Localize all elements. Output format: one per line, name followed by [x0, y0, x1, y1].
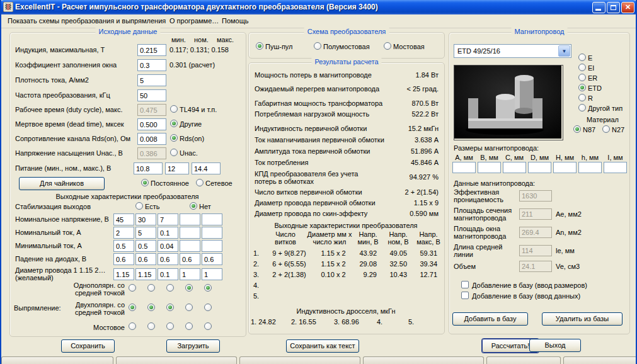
- core-type-ei-radio[interactable]: [578, 64, 586, 71]
- nominal-current-input-5[interactable]: [202, 227, 222, 239]
- tl494-radio[interactable]: [170, 105, 178, 113]
- rect-unipolar-radio-5[interactable]: [204, 284, 212, 292]
- rect-unipolar-radio-3[interactable]: [166, 284, 174, 292]
- core-type-r-radio[interactable]: [578, 94, 586, 101]
- rect-bridge-radio-3[interactable]: [166, 322, 174, 330]
- rect-bipolar-radio-3[interactable]: [166, 304, 174, 311]
- rdson-input[interactable]: [137, 133, 166, 145]
- maximize-button[interactable]: [607, 2, 620, 13]
- menu-show-schemes[interactable]: Показать схемы преобразования и выпрямле…: [4, 16, 169, 25]
- save-as-text-button[interactable]: Сохранить как текст: [286, 339, 359, 353]
- menu-about[interactable]: О программе…: [166, 16, 222, 25]
- menu-help[interactable]: Помощь: [219, 16, 252, 25]
- core-type-other-radio[interactable]: [578, 104, 586, 111]
- ac-supply-radio[interactable]: [196, 179, 204, 186]
- nominal-voltage-input-1[interactable]: [113, 213, 134, 225]
- dim-input-b[interactable]: [478, 162, 501, 173]
- minimal-current-input-1[interactable]: [113, 240, 134, 252]
- rdson-radio[interactable]: [170, 134, 178, 142]
- background-window-fragment[interactable]: [486, 356, 561, 364]
- frequency-input[interactable]: [137, 89, 166, 101]
- stab-no-radio[interactable]: [190, 202, 197, 210]
- rect-bipolar-radio-1[interactable]: [129, 304, 136, 311]
- nominal-voltage-input-4[interactable]: [180, 213, 200, 225]
- rect-bridge-radio-1[interactable]: [129, 322, 136, 330]
- rect-bipolar-radio-4[interactable]: [185, 304, 193, 311]
- nominal-current-input-1[interactable]: [113, 227, 134, 239]
- add-by-dimensions-checkbox[interactable]: [461, 281, 469, 288]
- supply-max-input[interactable]: [192, 162, 221, 174]
- exit-button[interactable]: Выход: [529, 339, 581, 352]
- unas-radio[interactable]: [170, 149, 178, 156]
- dim-input-a[interactable]: [452, 162, 476, 173]
- save-button[interactable]: Сохранить: [61, 339, 115, 353]
- minimize-button[interactable]: [592, 2, 605, 13]
- background-window-fragment[interactable]: [563, 356, 637, 364]
- dim-input-d[interactable]: [528, 162, 551, 173]
- add-by-data-checkbox[interactable]: [461, 292, 469, 299]
- bridge-radio[interactable]: [384, 42, 391, 50]
- minimal-current-input-4[interactable]: [180, 240, 200, 252]
- dim-input-h-big[interactable]: [553, 162, 577, 173]
- minimal-current-input-3[interactable]: [158, 240, 178, 252]
- table-header-vmax: Напр. макс, В: [415, 230, 442, 246]
- close-button[interactable]: ✕: [621, 2, 634, 13]
- chevron-down-icon[interactable]: ▼: [558, 45, 570, 57]
- fill-factor-input[interactable]: [137, 59, 166, 71]
- background-window-fragment[interactable]: [239, 356, 360, 364]
- supply-nom-input[interactable]: [165, 162, 189, 174]
- stab-yes-radio[interactable]: [135, 202, 143, 210]
- diode-drop-input-2[interactable]: [135, 253, 156, 265]
- nominal-voltage-input-3[interactable]: [158, 213, 178, 225]
- remove-from-base-button[interactable]: Удалить из базы: [542, 312, 623, 326]
- nominal-voltage-input-5[interactable]: [202, 213, 222, 225]
- diode-drop-input-4[interactable]: [180, 253, 200, 265]
- dim-input-c[interactable]: [503, 162, 526, 173]
- material-n27-radio[interactable]: [602, 125, 610, 133]
- core-type-e-radio[interactable]: [578, 54, 586, 61]
- core-type-etd-radio[interactable]: [578, 84, 586, 91]
- nominal-current-input-4[interactable]: [180, 227, 200, 239]
- rect-bridge-radio-2[interactable]: [147, 322, 155, 330]
- material-n87-radio[interactable]: [573, 125, 581, 133]
- rect-unipolar-radio-4[interactable]: [185, 284, 193, 292]
- rect-bridge-radio-4[interactable]: [185, 322, 193, 330]
- rect-bipolar-radio-2[interactable]: [147, 304, 155, 311]
- halfbridge-radio[interactable]: [314, 42, 321, 50]
- wire-diameter-input-2[interactable]: [135, 268, 156, 280]
- dim-input-h-small[interactable]: [578, 162, 602, 173]
- diode-drop-input-3[interactable]: [158, 253, 178, 265]
- background-window-fragment[interactable]: [116, 356, 237, 364]
- load-button[interactable]: Загрузить: [166, 339, 220, 353]
- diode-drop-input-1[interactable]: [113, 253, 134, 265]
- supply-min-input[interactable]: [134, 162, 163, 174]
- rect-unipolar-radio-2[interactable]: [147, 284, 155, 292]
- core-type-er-radio[interactable]: [578, 74, 586, 81]
- wire-diameter-input-3[interactable]: [158, 268, 178, 280]
- current-density-input[interactable]: [137, 74, 166, 86]
- titlebar[interactable]: ExcellentIT - Расчет импульсного трансфо…: [0, 0, 637, 14]
- dead-time-input[interactable]: [137, 118, 166, 130]
- dim-input-i[interactable]: [604, 162, 627, 173]
- beginners-button[interactable]: Для чайников: [19, 177, 105, 190]
- rect-unipolar-radio-1[interactable]: [129, 284, 136, 292]
- rect-bridge-radio-5[interactable]: [204, 322, 212, 330]
- background-window-fragment[interactable]: [1, 356, 113, 364]
- dc-supply-radio[interactable]: [141, 179, 149, 186]
- diode-drop-input-5[interactable]: [202, 253, 222, 265]
- nominal-current-input-3[interactable]: [158, 227, 178, 239]
- core-select[interactable]: ETD 49/25/16 ▼: [454, 44, 571, 58]
- background-window-fragment[interactable]: [363, 356, 484, 364]
- induction-input[interactable]: [137, 44, 166, 56]
- nominal-current-input-2[interactable]: [135, 227, 156, 239]
- wire-diameter-input-4[interactable]: [180, 268, 200, 280]
- rect-bipolar-radio-5[interactable]: [204, 304, 212, 311]
- pushpull-radio[interactable]: [256, 42, 263, 50]
- wire-diameter-input-5[interactable]: [202, 268, 222, 280]
- minimal-current-input-2[interactable]: [135, 240, 156, 252]
- add-to-base-button[interactable]: Добавить в базу: [452, 312, 528, 326]
- minimal-current-input-5[interactable]: [202, 240, 222, 252]
- nominal-voltage-input-2[interactable]: [135, 213, 156, 225]
- wire-diameter-input-1[interactable]: [113, 268, 134, 280]
- other-drivers-radio[interactable]: [170, 120, 178, 127]
